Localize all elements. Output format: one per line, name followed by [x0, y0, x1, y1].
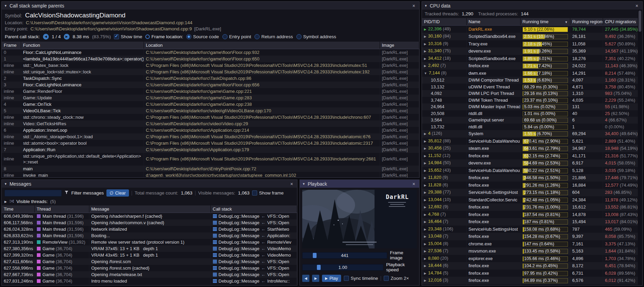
expand-arrow-icon[interactable]: ▶ [424, 176, 426, 180]
expand-arrow-icon[interactable]: ▶ [424, 42, 426, 46]
cpu-row[interactable]: ▶29,388 (77)ServiceHub.SettingsHost273.1… [422, 189, 638, 196]
cpu-row[interactable]: ▶2,492 (7)firefox.exe1.71 s (7.42%)24,02… [422, 62, 638, 70]
expand-arrow-icon[interactable]: ▶ [424, 169, 426, 172]
tree-collapsed-icon[interactable]: ▶ [4, 200, 7, 203]
collapse-arrow-icon[interactable]: ▼ [4, 182, 7, 186]
cpu-row[interactable]: ▶12,016 (3)firefox.exe84.89 ms (0.37%)6,… [422, 277, 638, 284]
message-row[interactable]: 627,558,996nsGame (36,704)Opening /fores… [2, 265, 297, 271]
cpu-row[interactable]: ▶23,348 (106)ServiceHub.SettingsHost158.… [422, 226, 638, 233]
cpu-row[interactable]: ▶30,160 (84)ScriptedSandbox64.exe2.51 s … [422, 33, 638, 40]
collapse-arrow-icon[interactable]: ▼ [4, 4, 7, 8]
expand-arrow-icon[interactable]: ▶ [424, 132, 426, 135]
expand-arrow-icon[interactable]: ▶ [424, 249, 426, 253]
callstack-row[interactable]: inlinestd::_Mutex_base::lockC:\Program F… [2, 62, 419, 69]
cpu-row[interactable]: 4,092DWM LPC Port Thread29.16 ms (0.13%)… [422, 90, 638, 97]
callstack-row[interactable]: 0Floor::CalcLightNoLuminanceC:\Users\wol… [2, 49, 419, 56]
callstack-row[interactable]: 8mainC:\Users\wolf\Desktop\darkrl\src\En… [2, 166, 419, 172]
expand-arrow-icon[interactable]: ▶ [424, 205, 426, 209]
cpu-row[interactable]: ▶22,396 (49)DarkRL.exe5.10 s (22.06%)78,… [422, 25, 638, 33]
callstack-row[interactable]: inlinestd::atomic<bool>::operator boolC:… [2, 140, 419, 146]
message-filter-input[interactable] [4, 190, 62, 197]
show-frame-checkbox[interactable]: Show frame [252, 190, 283, 196]
radio-symbol-address[interactable]: Symbol address [296, 34, 336, 39]
cpu-row[interactable]: ▶13,044 (10)StandardCollector.Servic242.… [422, 196, 638, 204]
collapse-arrow-icon[interactable]: ▼ [424, 4, 427, 8]
cpu-row[interactable]: ▶11,152 (12)firefox.exe632.15 ms (2.74%)… [422, 152, 638, 160]
cpu-row[interactable]: ▶27,536 (7)msvsmon.exe133.45 ms (0.58%)5… [422, 247, 638, 255]
zoom-2x-checkbox[interactable]: Zoom 2× [384, 276, 409, 281]
cpu-row[interactable]: ▶30,456 (25)steam.exe643.61 ms (2.79%)34… [422, 145, 638, 152]
message-row[interactable]: 627,411,606nsGame (36,704)Opening /fores… [2, 258, 297, 265]
message-row[interactable]: 627,399,320nsGame (36,704)VRAM 43x45: 15… [2, 252, 297, 258]
cpu-row[interactable]: ▶4,768 (7)firefox.exe187.54 ms (0.81%)14… [422, 211, 638, 218]
next-parent-button[interactable]: ▶ [64, 34, 70, 40]
cpu-migrations-column-header[interactable]: CPU migrations [603, 18, 638, 25]
cpu-row[interactable]: ▶18,444 (6)firefox.exe104.2 ms (0.45%)8,… [422, 262, 638, 270]
cpu-row[interactable]: ▶10,316 (9)Tracy.exe2.18 s (9.45%)11,058… [422, 40, 638, 48]
cpu-row[interactable]: ▶14,784 (5)firefox.exe97.95 ms (0.42%)6,… [422, 270, 638, 277]
expand-arrow-icon[interactable]: ▶ [424, 191, 426, 194]
cpu-row[interactable]: ▶34,412 (18)ScriptedSandbox64.exe1.85 s … [422, 55, 638, 62]
callstack-row[interactable]: 7Application::RunC:\Users\wolf\Desktop\d… [2, 146, 419, 153]
cpu-row[interactable]: 20,508ntdll.dll1.01 ms (0.00%)4025 (62.5… [422, 110, 638, 117]
playback-speed-slider[interactable]: 1.00 [302, 264, 383, 271]
message-row[interactable]: 627,831,246nsGame (36,704)Intro menu loa… [2, 278, 297, 284]
expand-arrow-icon[interactable]: ▶ [424, 257, 426, 260]
cpu-row[interactable]: 3,564GameInput server69.68 us (0.00%)64 … [422, 117, 638, 124]
radio-return-address[interactable]: Return address [254, 34, 293, 39]
close-icon[interactable]: × [634, 3, 640, 9]
frame-image-slider[interactable]: 441 [302, 252, 387, 259]
expand-arrow-icon[interactable]: ▶ [424, 64, 426, 68]
play-button[interactable]: ▶ Play [322, 275, 341, 282]
callstack-row[interactable]: inlinestd::unique_lock<std::mutex>::lock… [2, 69, 419, 75]
expand-arrow-icon[interactable]: ▶ [424, 213, 426, 216]
message-row[interactable]: 626,024,328nsMain thread (31,596)Network… [2, 226, 297, 232]
running-time-column-header[interactable]: ▼Running time [520, 18, 570, 25]
cpu-row[interactable]: ▼7,144 (8)dwm.exe1.66 s (7.18%)14,2918,2… [422, 70, 638, 77]
expand-arrow-icon[interactable]: ▶ [424, 147, 426, 150]
callstack-row[interactable]: 3Floor::CalcLightNoLuminanceC:\Users\wol… [2, 82, 419, 88]
cpu-row[interactable]: ▶35,812 (88)ServiceHub.DataWarehou670.41… [422, 138, 638, 145]
cpu-row[interactable]: 3,748DWM Token Thread23.37 ms (0.10%)4,0… [422, 97, 638, 104]
expand-arrow-icon[interactable]: ▶ [424, 198, 426, 202]
expand-arrow-icon[interactable]: ▶ [424, 264, 426, 268]
message-row[interactable]: 627,313,190nsRemoteView (31,392)Remote v… [2, 239, 297, 245]
playback-titlebar[interactable]: ▼ Playback × [300, 180, 419, 188]
cpu-row[interactable]: ▶15,652 (43)ServiceHub.DataWarehou580.22… [422, 167, 638, 174]
step-forward-button[interactable]: ▶ [312, 275, 319, 282]
expand-arrow-icon[interactable]: ▶ [424, 235, 426, 238]
expand-arrow-icon[interactable]: ▶ [424, 242, 426, 246]
cpu-row[interactable]: ▶15,004 (8)chrome.exe147 ms (0.64%)7,161… [422, 240, 638, 248]
radio-entry-point[interactable]: Entry point [222, 34, 251, 39]
cpu-row[interactable]: ▶12,692 (9)firefox.exe231.76 ms (1.00%)1… [422, 203, 638, 211]
expand-arrow-icon[interactable]: ▶ [424, 272, 426, 275]
message-row[interactable]: 606,049,398nsMain thread (31,596)Opening… [2, 213, 297, 219]
expand-arrow-icon[interactable]: ▶ [424, 279, 426, 282]
callstack-row[interactable]: inlinestd::_Atomic_storage<bool,1>::load… [2, 133, 419, 140]
callstack-row[interactable]: 5VideoGLBase::TickC:\Users\wolf\Desktop\… [2, 107, 419, 114]
message-row[interactable]: 627,380,356nsGame (36,704)VRAM 37x45: 13… [2, 245, 297, 252]
close-icon[interactable]: × [411, 3, 417, 9]
expand-arrow-icon[interactable]: ▶ [424, 140, 426, 143]
expand-arrow-icon[interactable]: ▶ [424, 28, 426, 31]
callstack-row[interactable]: inlineGame::RenderFloorC:\Users\wolf\Des… [2, 88, 419, 95]
cpu-scrollbar-thumb[interactable] [639, 11, 641, 32]
close-icon[interactable]: × [289, 181, 295, 187]
cpu-row[interactable]: ▶8,080 (20)explorer.exe105.66 ms (0.46%)… [422, 255, 638, 262]
close-icon[interactable]: × [411, 181, 417, 187]
cpu-titlebar[interactable]: ▼ CPU data × [422, 2, 642, 10]
expand-arrow-icon[interactable]: ▶ [424, 228, 426, 231]
messages-titlebar[interactable]: ▼ Messages × [2, 180, 297, 188]
cpu-scrollbar[interactable] [638, 10, 642, 285]
pid-tid-column-header[interactable]: PID/TID [422, 18, 466, 25]
clear-button[interactable]: ∅ Clear [106, 189, 129, 197]
step-back-button[interactable]: ◀ [302, 275, 309, 282]
cpu-row[interactable]: 24,964DWM Master Input Thread5.03 ms (0.… [422, 103, 638, 110]
callstack-row[interactable]: inlineGame::UpdateC:\Users\wolf\Desktop\… [2, 95, 419, 101]
callstack-row[interactable]: 4Game::OnTickC:\Users\wolf\Desktop\darkr… [2, 101, 419, 107]
prev-parent-button[interactable]: ◀ [43, 34, 49, 40]
callstack-row[interactable]: inlineVideo::GetTicksHiResC:\Users\wolf\… [2, 120, 419, 127]
cpu-row[interactable]: 13,732ntdll.dll5.84 us (0.00%)10 (0.00%) [422, 124, 638, 130]
message-row[interactable]: 626,833,622nsMain thread (31,596)Booting… [2, 232, 297, 239]
running-regions-column-header[interactable]: Running regions [570, 18, 603, 25]
